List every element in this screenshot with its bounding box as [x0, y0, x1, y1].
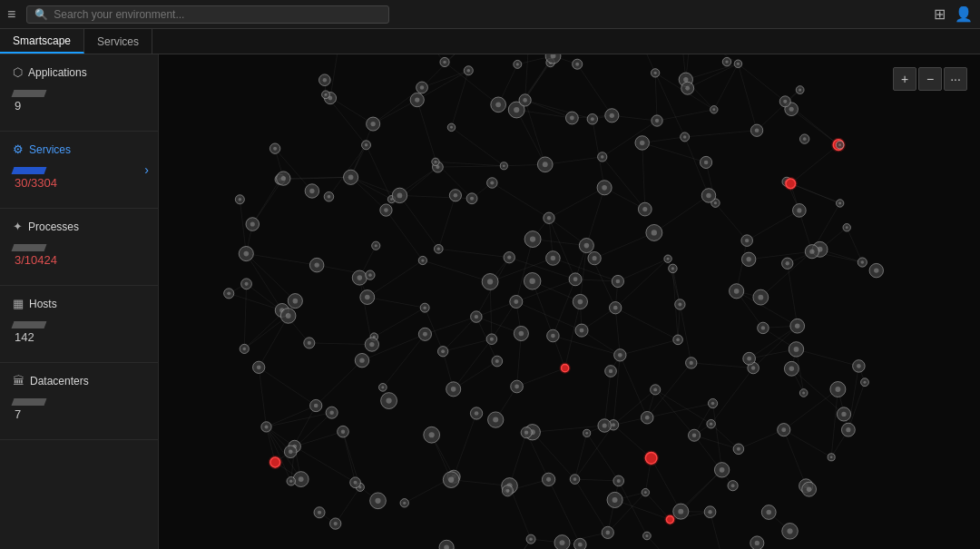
tab-smartscape-label: Smartscape [13, 34, 71, 47]
datacenters-title: Datacenters [30, 375, 89, 387]
hosts-count: 142 [13, 330, 145, 344]
grid-icon[interactable]: ⊞ [934, 5, 946, 23]
datacenters-header: 🏛 Datacenters [13, 374, 145, 387]
processes-header: ✦ Processes [13, 220, 145, 233]
tab-services[interactable]: Services [84, 29, 152, 54]
topbar: ≡ 🔍 ⊞ 👤 [0, 0, 980, 29]
datacenters-slash [12, 398, 47, 406]
search-input[interactable] [54, 8, 381, 21]
tab-services-label: Services [97, 35, 139, 48]
processes-icon: ✦ [13, 220, 23, 233]
services-slash [12, 167, 47, 174]
sidebar-item-datacenters[interactable]: 🏛 Datacenters 7 [0, 363, 158, 440]
zoom-more-button[interactable]: ··· [944, 67, 967, 91]
sidebar: ⬡ Applications 9 ⚙ Services 30/3304 › ✦ … [0, 54, 159, 549]
network-canvas [159, 54, 980, 549]
services-title: Services [29, 143, 71, 156]
services-icon: ⚙ [13, 142, 24, 156]
datacenters-count: 7 [13, 407, 145, 421]
processes-slash [12, 244, 47, 251]
datacenters-icon: 🏛 [13, 374, 24, 387]
main-layout: ⬡ Applications 9 ⚙ Services 30/3304 › ✦ … [0, 54, 980, 549]
user-icon[interactable]: 👤 [955, 5, 973, 23]
applications-header: ⬡ Applications [13, 65, 145, 79]
applications-icon: ⬡ [13, 65, 23, 79]
sidebar-item-applications[interactable]: ⬡ Applications 9 [0, 54, 158, 132]
services-count: 30/3304 [13, 176, 145, 190]
sidebar-item-hosts[interactable]: ▦ Hosts 142 [0, 286, 158, 363]
hosts-title: Hosts [29, 298, 57, 310]
zoom-in-button[interactable]: + [893, 67, 916, 91]
network-map[interactable]: + − ··· [159, 54, 980, 549]
applications-count: 9 [13, 99, 145, 113]
hosts-icon: ▦ [13, 297, 24, 310]
processes-count: 3/10424 [13, 253, 145, 267]
zoom-controls: + − ··· [893, 67, 967, 91]
search-bar[interactable]: 🔍 [26, 5, 389, 24]
topbar-right: ⊞ 👤 [934, 5, 973, 23]
menu-icon[interactable]: ≡ [7, 6, 15, 23]
processes-title: Processes [28, 221, 79, 233]
applications-title: Applications [28, 66, 87, 79]
services-header: ⚙ Services [13, 142, 145, 156]
hosts-slash [12, 321, 47, 328]
zoom-out-button[interactable]: − [918, 67, 942, 91]
tab-smartscape[interactable]: Smartscape [0, 29, 84, 54]
applications-slash [12, 90, 47, 97]
sidebar-item-processes[interactable]: ✦ Processes 3/10424 [0, 209, 158, 286]
hosts-header: ▦ Hosts [13, 297, 145, 310]
tabbar: Smartscape Services [0, 29, 980, 54]
search-icon: 🔍 [34, 8, 48, 21]
sidebar-item-services[interactable]: ⚙ Services 30/3304 › [0, 132, 158, 209]
services-chevron-icon: › [144, 162, 149, 177]
